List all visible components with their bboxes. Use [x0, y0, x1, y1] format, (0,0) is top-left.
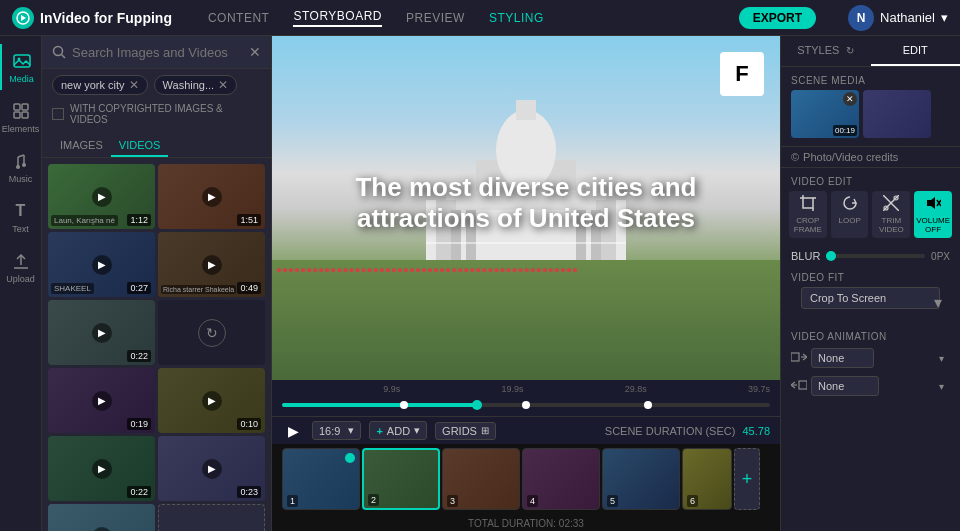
sidebar-music-label: Music: [9, 174, 33, 184]
media-thumb-4[interactable]: ▶ Richa starrer Shakeela 0:49: [158, 232, 265, 297]
anim-in-icon: [791, 350, 807, 367]
tab-videos[interactable]: VIDEOS: [111, 135, 169, 157]
sidebar-text-label: Text: [12, 224, 29, 234]
scrubber-labels: 9.9s 19.9s 29.8s 39.7s: [282, 384, 770, 394]
add-media-cell[interactable]: +: [158, 504, 265, 531]
svg-marker-1: [21, 15, 26, 21]
right-panel: STYLES ↻ EDIT SCENE MEDIA ✕ 00:19 © Phot…: [780, 36, 960, 531]
filmstrip: 1 2 3 4 5 6 +: [272, 444, 780, 516]
copyright-checkbox[interactable]: [52, 108, 64, 120]
film-clip-3[interactable]: 3: [442, 448, 520, 510]
tag-newyork[interactable]: new york city ✕: [52, 75, 148, 95]
sidebar-item-media[interactable]: Media: [0, 44, 41, 90]
film-clip-1[interactable]: 1: [282, 448, 360, 510]
video-fit-select[interactable]: Crop To Screen Fit To Screen Stretch: [801, 287, 940, 309]
search-input[interactable]: [72, 45, 243, 60]
nav-content[interactable]: CONTENT: [208, 11, 270, 25]
blur-handle[interactable]: [826, 251, 836, 261]
edit-tool-crop[interactable]: CROPFRAME: [789, 191, 827, 238]
nav-storyboard[interactable]: STORYBOARD: [293, 9, 382, 27]
top-navigation: InVideo for Fupping CONTENT STORYBOARD P…: [0, 0, 960, 36]
media-thumb-3[interactable]: ▶ SHAKEEL 0:27: [48, 232, 155, 297]
scene-thumb-2[interactable]: [863, 90, 931, 138]
refresh-cell: ↻: [158, 300, 265, 365]
scene-thumb-1[interactable]: ✕ 00:19: [791, 90, 859, 138]
edit-tool-volume[interactable]: VOLUMEOFF: [914, 191, 952, 238]
add-button[interactable]: + ADD ▾: [369, 421, 427, 440]
timeline-scrubber-area: 9.9s 19.9s 29.8s 39.7s: [272, 380, 780, 416]
film-clip-6[interactable]: 6: [682, 448, 732, 510]
film-clip-4[interactable]: 4: [522, 448, 600, 510]
user-menu[interactable]: N Nathaniel ▾: [848, 5, 948, 31]
svg-rect-6: [14, 112, 20, 118]
scrubber-handle[interactable]: [472, 400, 482, 410]
media-thumb-6[interactable]: ▶ 0:19: [48, 368, 155, 433]
export-button[interactable]: EXPORT: [739, 7, 816, 29]
tab-edit[interactable]: EDIT: [871, 36, 961, 66]
refresh-button[interactable]: ↻: [198, 319, 226, 347]
add-clip-button[interactable]: +: [734, 448, 760, 510]
play-button[interactable]: ▶: [282, 420, 304, 442]
clip-marker-1: [345, 453, 355, 463]
svg-point-11: [16, 165, 20, 169]
tab-images[interactable]: IMAGES: [52, 135, 111, 157]
crop-icon: [800, 195, 816, 214]
styles-refresh-icon: ↻: [846, 45, 854, 56]
media-thumb-10[interactable]: ▶: [48, 504, 155, 531]
sidebar-upload-label: Upload: [6, 274, 35, 284]
edit-tool-trim[interactable]: TRIMVIDEO: [872, 191, 910, 238]
tag-washing[interactable]: Washing... ✕: [154, 75, 238, 95]
media-thumb-5[interactable]: ▶ 0:22: [48, 300, 155, 365]
clip-num-2: 2: [368, 494, 379, 506]
grids-button[interactable]: GRIDS ⊞: [435, 422, 496, 440]
scrubber-marker-3: [644, 401, 652, 409]
edit-tool-loop[interactable]: LOOP: [831, 191, 869, 238]
aspect-ratio-select[interactable]: 16:9: [312, 421, 361, 440]
anim-in-row: None Zoom In Zoom Out Slide Left ▾: [781, 346, 960, 370]
sidebar-item-elements[interactable]: Elements: [0, 94, 41, 140]
preview-underline: [426, 242, 626, 244]
video-fit-label: VIDEO FIT: [781, 266, 960, 287]
media-thumb-8[interactable]: ▶ 0:22: [48, 436, 155, 501]
film-clip-2[interactable]: 2: [362, 448, 440, 510]
search-clear-icon[interactable]: ✕: [249, 44, 261, 60]
anim-out-select[interactable]: None Zoom In Zoom Out Slide Right: [811, 376, 879, 396]
tag-newyork-close[interactable]: ✕: [129, 78, 139, 92]
sidebar-item-text[interactable]: T Text: [0, 194, 41, 240]
anim-in-select[interactable]: None Zoom In Zoom Out Slide Left: [811, 348, 874, 368]
loop-label: LOOP: [838, 216, 860, 225]
elements-icon: [10, 100, 32, 122]
svg-rect-21: [516, 100, 536, 120]
video-edit-tools: CROPFRAME LOOP TRIMVIDEO VOLUMEOFF: [781, 191, 960, 246]
scrubber-track-area[interactable]: [282, 396, 770, 414]
scrubber-marker-1: [400, 401, 408, 409]
blur-label: BLUR: [791, 250, 820, 262]
nav-styling[interactable]: STYLING: [489, 11, 544, 25]
media-thumb-2[interactable]: ▶ 1:51: [158, 164, 265, 229]
tag-washing-close[interactable]: ✕: [218, 78, 228, 92]
anim-out-select-container: None Zoom In Zoom Out Slide Right ▾: [811, 376, 950, 396]
film-clip-5[interactable]: 5: [602, 448, 680, 510]
nav-preview[interactable]: PREVIEW: [406, 11, 465, 25]
sidebar-item-upload[interactable]: Upload: [0, 244, 41, 290]
thumb-duration-1: 1:12: [127, 214, 151, 226]
sidebar-item-music[interactable]: Music: [0, 144, 41, 190]
media-thumb-7[interactable]: ▶ 0:10: [158, 368, 265, 433]
blur-slider[interactable]: [826, 254, 925, 258]
thumb-duration-2: 1:51: [237, 214, 261, 226]
play-icon-9: ▶: [202, 459, 222, 479]
scene-thumb-delete-1[interactable]: ✕: [843, 92, 857, 106]
play-icon-10: ▶: [92, 527, 112, 532]
media-thumb-9[interactable]: ▶ 0:23: [158, 436, 265, 501]
tag-row: new york city ✕ Washing... ✕: [42, 69, 271, 101]
scrubber-fill: [282, 403, 477, 407]
scrubber-marker-2: [522, 401, 530, 409]
add-chevron: ▾: [414, 424, 420, 437]
svg-rect-7: [22, 112, 28, 118]
tab-styles[interactable]: STYLES ↻: [781, 36, 871, 66]
preview-text-overlay: The most diverse cities and attractions …: [355, 172, 696, 244]
scene-media-section-label: SCENE MEDIA: [781, 67, 960, 90]
media-thumb-1[interactable]: ▶ Laun, Karışha nè 1:12: [48, 164, 155, 229]
credits-row[interactable]: © Photo/Video credits: [781, 146, 960, 168]
upload-icon: [10, 250, 32, 272]
